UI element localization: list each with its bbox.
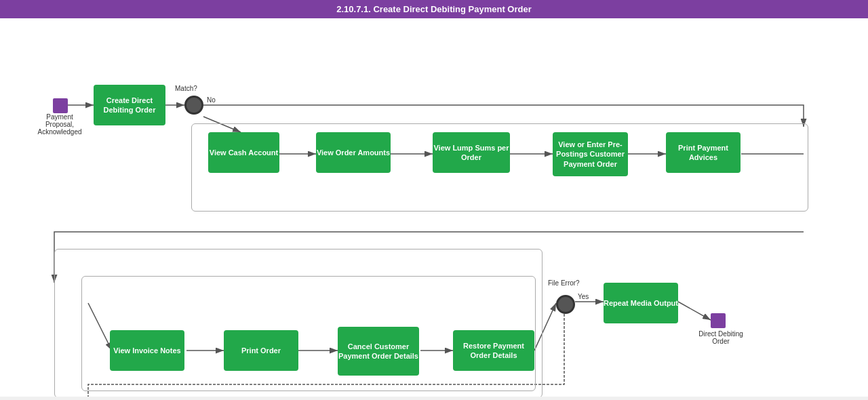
match-label: Match? bbox=[175, 85, 197, 92]
match-diamond bbox=[184, 96, 203, 115]
file-error-diamond bbox=[556, 295, 575, 314]
end-node bbox=[711, 313, 726, 328]
title-text: 2.10.7.1. Create Direct Debiting Payment… bbox=[336, 4, 532, 14]
file-error-label: File Error? bbox=[548, 279, 580, 287]
view-lump-sums-box[interactable]: View Lump Sums per Order bbox=[433, 132, 510, 173]
repeat-media-box[interactable]: Repeat Media Output bbox=[604, 283, 678, 323]
start-label: Payment Proposal, Acknowledged bbox=[33, 113, 87, 136]
create-direct-debiting-box[interactable]: Create Direct Debiting Order bbox=[94, 85, 165, 125]
end-label: Direct Debiting Order bbox=[697, 330, 745, 345]
title-bar: 2.10.7.1. Create Direct Debiting Payment… bbox=[0, 0, 868, 18]
no-label: No bbox=[207, 96, 216, 104]
yes-label: Yes bbox=[578, 293, 589, 300]
view-order-amounts-box[interactable]: View Order Amounts bbox=[316, 132, 391, 173]
svg-line-15 bbox=[678, 302, 711, 320]
view-cash-account-box[interactable]: View Cash Account bbox=[208, 132, 279, 173]
restore-payment-box[interactable]: Restore Payment Order Details bbox=[453, 330, 534, 371]
print-payment-advices-box[interactable]: Print Payment Advices bbox=[666, 132, 741, 173]
cancel-customer-box[interactable]: Cancel Customer Payment Order Details bbox=[338, 327, 419, 376]
canvas: Payment Proposal, Acknowledged Create Di… bbox=[0, 18, 868, 397]
view-invoice-notes-box[interactable]: View Invoice Notes bbox=[110, 330, 184, 371]
view-or-enter-box[interactable]: View or Enter Pre-Postings Customer Paym… bbox=[553, 132, 628, 176]
start-node bbox=[53, 98, 68, 113]
print-order-box[interactable]: Print Order bbox=[224, 330, 298, 371]
